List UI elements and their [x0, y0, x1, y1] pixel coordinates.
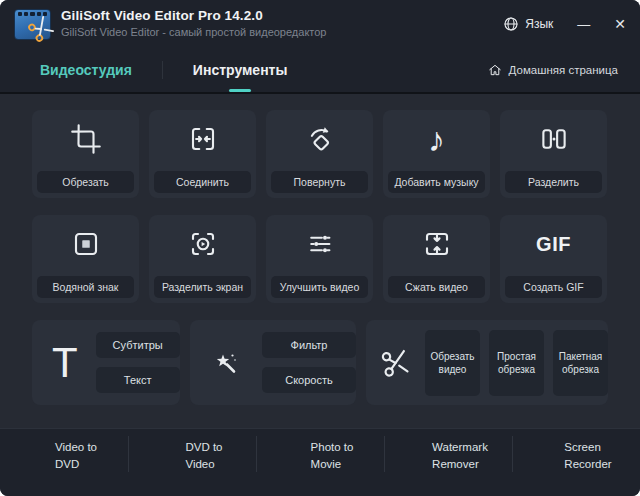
language-label: Язык	[525, 17, 553, 31]
cut-video-button[interactable]: Обрезать видео	[425, 330, 480, 396]
watermark-icon	[71, 216, 101, 272]
footer-item-dvd-to-video[interactable]: DVD toVideo	[128, 429, 256, 496]
tool-label: Разделить экран	[154, 276, 251, 298]
tool-card-cut: Обрезать видео Простая обрезка Пакетная …	[366, 320, 608, 405]
split-icon	[539, 111, 569, 167]
tool-card-create-gif[interactable]: GIF Создать GIF	[500, 215, 607, 303]
footer-bar: Video toDVD DVD toVideo Photo toMovie Wa…	[0, 428, 640, 496]
split-screen-icon	[188, 216, 218, 272]
tool-card-rotate[interactable]: Повернуть	[266, 110, 373, 198]
titlebar: GiliSoft Video Editor Pro 14.2.0 GiliSof…	[0, 0, 640, 48]
simple-cut-button[interactable]: Простая обрезка	[489, 330, 544, 396]
text-tool-icon: T	[52, 342, 78, 384]
close-button[interactable]: ✕	[614, 17, 626, 31]
music-note-icon: ♪	[428, 111, 445, 167]
tool-card-add-music[interactable]: ♪ Добавить музыку	[383, 110, 490, 198]
tool-card-enhance[interactable]: Улучшить видео	[266, 215, 373, 303]
home-link[interactable]: Домашняя страница	[488, 48, 618, 92]
tool-card-compress[interactable]: Сжать видео	[383, 215, 490, 303]
tab-tools[interactable]: Инструменты	[193, 48, 288, 92]
tool-card-split[interactable]: Разделить	[500, 110, 607, 198]
globe-icon	[503, 16, 519, 32]
tool-label: Улучшить видео	[271, 276, 368, 298]
magic-wand-icon	[214, 347, 238, 379]
tool-label: Добавить музыку	[388, 171, 485, 193]
tool-card-text: T Субтитры Текст	[32, 320, 180, 405]
tool-label: Сжать видео	[388, 276, 485, 298]
rotate-icon	[305, 111, 335, 167]
app-subtitle: GiliSoft Video Editor - самый простой ви…	[61, 26, 326, 40]
filter-button[interactable]: Фильтр	[262, 332, 356, 358]
scissors-icon	[377, 343, 413, 382]
speed-button[interactable]: Скорость	[262, 367, 356, 393]
merge-icon	[188, 111, 218, 167]
app-title: GiliSoft Video Editor Pro 14.2.0	[61, 8, 326, 25]
tool-label: Обрезать	[37, 171, 134, 193]
app-window: GiliSoft Video Editor Pro 14.2.0 GiliSof…	[0, 0, 640, 496]
tools-grid: Обрезать Соединить	[0, 94, 640, 405]
compress-icon	[422, 216, 452, 272]
tool-label: Повернуть	[271, 171, 368, 193]
enhance-icon	[305, 216, 335, 272]
tab-video-studio[interactable]: Видеостудия	[40, 48, 132, 92]
home-icon	[488, 63, 502, 77]
footer-item-watermark-remover[interactable]: WatermarkRemover	[384, 429, 512, 496]
footer-item-video-to-dvd[interactable]: Video toDVD	[0, 429, 128, 496]
tab-separator	[162, 61, 163, 79]
tool-label: Разделить	[505, 171, 602, 193]
language-button[interactable]: Язык	[503, 16, 553, 32]
tool-label: Водяной знак	[37, 276, 134, 298]
tool-label: Соединить	[154, 171, 251, 193]
text-button[interactable]: Текст	[96, 367, 180, 393]
footer-item-photo-to-movie[interactable]: Photo toMovie	[256, 429, 384, 496]
gif-icon: GIF	[536, 216, 571, 272]
minimize-button[interactable]: —	[577, 18, 590, 31]
tool-card-effects: Фильтр Скорость	[190, 320, 356, 405]
tool-card-split-screen[interactable]: Разделить экран	[149, 215, 256, 303]
tool-label: Создать GIF	[505, 276, 602, 298]
crop-icon	[71, 111, 101, 167]
batch-cut-button[interactable]: Пакетная обрезка	[553, 330, 608, 396]
app-logo	[14, 9, 51, 40]
subtitles-button[interactable]: Субтитры	[96, 332, 180, 358]
tool-card-merge[interactable]: Соединить	[149, 110, 256, 198]
tool-card-watermark[interactable]: Водяной знак	[32, 215, 139, 303]
active-tab-underline	[229, 89, 251, 92]
tabbar: Видеостудия Инструменты Домашняя страниц…	[0, 48, 640, 94]
tool-card-crop[interactable]: Обрезать	[32, 110, 139, 198]
logo-scissors-icon	[23, 10, 59, 46]
footer-item-screen-recorder[interactable]: ScreenRecorder	[512, 429, 640, 496]
